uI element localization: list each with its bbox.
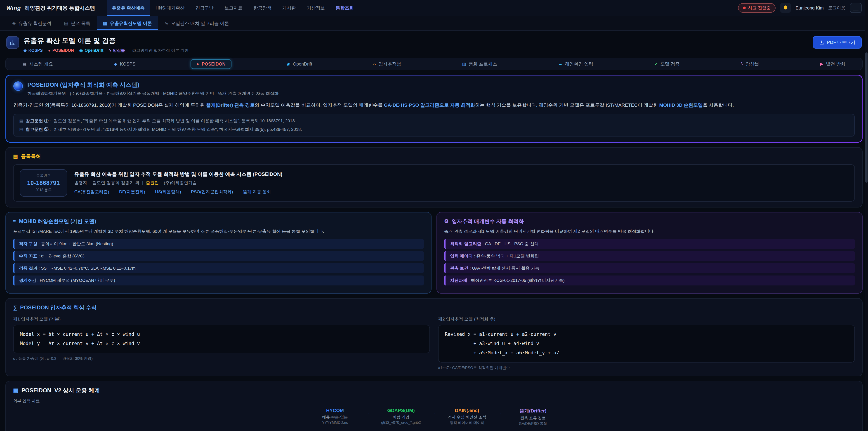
download-icon <box>819 40 824 45</box>
section-tabstrip: ▦시스템 개요 ◆KOSPS ●POSEIDON ◉OpenDrift ∴입자추… <box>5 58 863 70</box>
subnav-item-oil-fence-theory[interactable]: ∿ 오일펜스 배치 알고리즘 이론 <box>159 16 235 30</box>
spec-row: 수직 좌표σ + Z-level 혼합 (GVC) <box>13 251 424 261</box>
badge-kosps: ◆ KOSPS <box>24 48 43 53</box>
arrow-right-icon: → <box>366 410 370 415</box>
poseidon-hero-section: POSEIDON (입자추적 최적화 예측 시스템) 한국해양과학기술원 · (… <box>5 75 863 143</box>
incident-status-label: 사고 진행중 <box>748 5 771 11</box>
formula-section-title: POSEIDON 입자추적 핵심 수식 <box>20 304 97 311</box>
hamburger-menu-icon[interactable] <box>850 3 862 13</box>
inventor-label: 발명자 <box>74 180 90 186</box>
arrow-right-icon: → <box>498 410 502 415</box>
menu-item-board[interactable]: 게시판 <box>277 0 301 16</box>
subnav-item-analysis-list[interactable]: ▤ 분석 목록 <box>58 16 96 30</box>
menu-item-weather[interactable]: 기상정보 <box>302 0 330 16</box>
tab-ensemble[interactable]: ϟ앙상블 <box>735 59 765 69</box>
spec-value: 행정안전부 KCG-01-2017-05 (해양경비지원기술) <box>471 278 565 283</box>
main-menu: 유출유 확산예측 HNS·대기확산 긴급구난 보고자료 항공탐색 게시판 기상정… <box>107 0 359 16</box>
menu-item-emergency-rescue[interactable]: 긴급구난 <box>191 0 219 16</box>
poseidon-title: POSEIDON (입자추적 최적화 예측 시스템) <box>27 81 278 89</box>
tab-ocean-env-input[interactable]: ☁해양환경 입력 <box>552 59 599 69</box>
pdf-export-button[interactable]: PDF 내보내기 <box>813 36 862 49</box>
tab-system-overview[interactable]: ▦시스템 개요 <box>17 59 59 69</box>
lightning-icon: ϟ <box>109 48 111 53</box>
tab-model-validation[interactable]: ✔모델 검증 <box>648 59 686 69</box>
sub-navigation: ◈ 유출유 확산분석 ▤ 분석 목록 ▦ 유출유확산모델 이론 ∿ 오일펜스 배… <box>0 16 868 31</box>
arrow-right-icon: → <box>432 410 436 415</box>
subnav-item-diffusion-analysis[interactable]: ◈ 유출유 확산분석 <box>6 16 57 30</box>
topnav-right: 사고 진행중 Eunjeong Kim 로그아웃 <box>738 3 862 13</box>
patent-number-label: 등록번호 <box>27 173 60 178</box>
book-icon: ▦ <box>103 21 107 26</box>
source-desc: 관측 표류 경로 <box>508 415 557 421</box>
applicant-label: 출원인 <box>146 180 161 186</box>
scrollbar-thumb[interactable] <box>865 53 868 183</box>
formula-model2-code: Revised_x = a1·current_u + a2·current_v … <box>438 325 855 363</box>
menu-item-aerial-search[interactable]: 항공탐색 <box>248 0 276 16</box>
logout-link[interactable]: 로그아웃 <box>828 5 845 11</box>
formula-model2-note: a1~a7 : GA/DE/PSO로 최적화된 매개변수 <box>438 365 855 370</box>
formula-model1-label: 제1 입자추적 모델 (기본) <box>13 316 430 322</box>
tab-weathering-process[interactable]: ▥풍화 프로세스 <box>456 59 503 69</box>
tab-label: 입자추적법 <box>378 61 401 67</box>
reference-text: 김도연·김용혁, "유출유 확산 예측을 위한 입자 추적 모듈 최적화 방법 … <box>54 118 296 124</box>
tab-label: 풍화 프로세스 <box>469 61 497 67</box>
notification-bell-icon[interactable] <box>780 3 791 13</box>
patent-title: 유출유 확산 예측을 위한 입자 추적 모듈 최적화 방법 및 이를 이용한 예… <box>74 171 282 178</box>
tag-pso[interactable]: PSO(입자군집최적화) <box>191 189 233 195</box>
model-badges: ◆ KOSPS ● POSEIDON ◉ OpenDrift ϟ <box>24 48 188 53</box>
spec-value: 유속·풍속 벡터 + 제1모델 변화량 <box>476 253 539 259</box>
cloud-icon: ☁ <box>558 61 562 66</box>
spec-value: HYCOM 재분석 (MYOCEAN 대비 우수) <box>40 278 115 283</box>
tab-future-direction[interactable]: ▶발전 방향 <box>814 59 851 69</box>
spec-row: 경계조건HYCOM 재분석 (MYOCEAN 대비 우수) <box>13 276 424 285</box>
tab-particle-tracking[interactable]: ∴입자추적법 <box>367 59 407 69</box>
operation-section: ▣ POSEIDON_V2 상시 운용 체계 외부 입력 자료 HYCOM 해류… <box>5 381 863 431</box>
chart-icon <box>6 36 19 49</box>
badge-label: POSEIDON <box>53 48 74 53</box>
badge-label: OpenDrift <box>85 48 103 53</box>
tag-de[interactable]: DE(차분진화) <box>119 189 145 195</box>
document-icon: ▤ <box>19 127 23 132</box>
tag-hs[interactable]: HS(화음탐색) <box>155 189 181 195</box>
list-icon: ▤ <box>64 21 68 26</box>
spec-value: SST RMSE 0.42~0.78°C, SLA RMSE 0.11~0.17… <box>41 266 135 271</box>
subnav-label: 유출유 확산분석 <box>18 20 51 26</box>
data-sources-row: HYCOM 해류·수온·염분 YYYYMMDD.nc → GDAPS(UM) 바… <box>13 408 855 426</box>
applicant-name: (주)아라종합기술 <box>164 180 197 186</box>
tag-ga[interactable]: GA(유전알고리즘) <box>74 189 109 195</box>
menu-item-reports[interactable]: 보고자료 <box>219 0 248 16</box>
lightning-icon: ϟ <box>741 62 743 66</box>
mohid-card: ≈ MOHID 해양순환모델 (기반 모델) 포르투갈 IST/MARETEC에… <box>5 212 432 294</box>
tab-poseidon[interactable]: ●POSEIDON <box>191 59 231 69</box>
reference-label: 참고문헌 ② <box>26 127 51 132</box>
source-hycom: HYCOM 해류·수온·염분 YYYYMMDD.nc <box>311 408 360 425</box>
patent-tags: GA(유전알고리즘) DE(차분진화) HS(화음탐색) PSO(입자군집최적화… <box>74 189 282 195</box>
patent-meta: 발명자 김도연·김용혁·김종기 외 | 출원인 (주)아라종합기술 <box>74 180 282 186</box>
menu-item-oil-spill-forecast[interactable]: 유출유 확산예측 <box>107 0 150 16</box>
page-header: 유출유 확산 모델 이론 및 검증 ◆ KOSPS ● POSEIDON ◉ O <box>6 36 862 53</box>
monitor-icon: ▣ <box>13 387 18 394</box>
menu-item-integrated-search[interactable]: 통합조회 <box>331 0 359 16</box>
spec-label: 격자 구성 <box>19 241 41 247</box>
patent-year: 2018 등록 <box>27 188 60 192</box>
tab-kosps[interactable]: ◆KOSPS <box>108 59 142 69</box>
incident-status-badge[interactable]: 사고 진행중 <box>738 3 776 13</box>
dots-icon: ∴ <box>373 61 376 66</box>
source-name: DAIN(.enc) <box>442 408 491 413</box>
spec-value: 동아시아 9km + 한반도 3km (Nesting) <box>41 241 113 247</box>
app-logo: Wing 해양환경 위기대응 통합시스템 <box>6 4 95 11</box>
tag-drifter-assimilation[interactable]: 뜰개 자동 동화 <box>243 189 271 195</box>
reference-label: 참고문헌 ① <box>26 118 51 124</box>
tab-opendrift[interactable]: ◉OpenDrift <box>281 59 318 69</box>
formula-model1: 제1 입자추적 모델 (기본) Model_x = Δt × current_u… <box>13 316 430 370</box>
diamond-icon: ◆ <box>114 61 117 66</box>
page-scrollbar[interactable] <box>865 0 868 431</box>
spec-label: 검증 결과 <box>19 265 41 271</box>
formula-section: ∑ POSEIDON 입자추적 핵심 수식 제1 입자추적 모델 (기본) Mo… <box>5 298 863 376</box>
subnav-item-model-theory[interactable]: ▦ 유출유확산모델 이론 <box>97 16 158 30</box>
badge-poseidon: ● POSEIDON <box>48 48 74 53</box>
menu-item-hns-diffusion[interactable]: HNS·대기확산 <box>151 0 190 16</box>
target-icon: ◉ <box>287 61 290 66</box>
tab-label: OpenDrift <box>293 61 312 67</box>
grid-icon: ▥ <box>462 61 466 66</box>
